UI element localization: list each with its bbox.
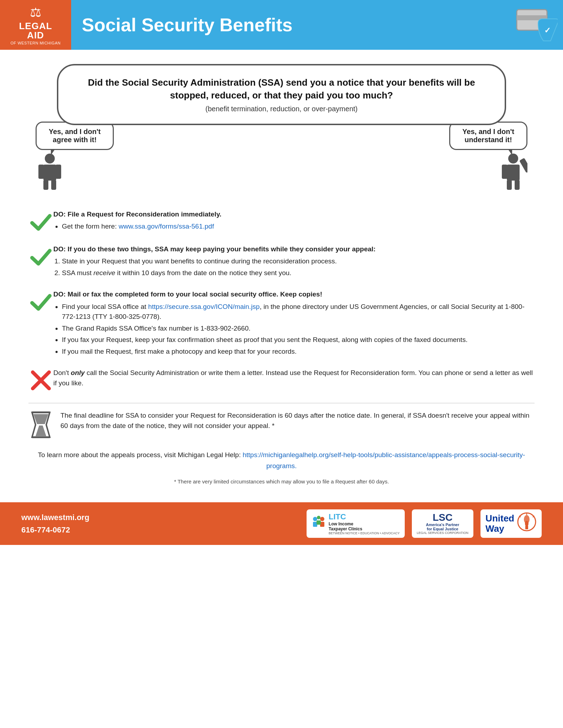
person-figure-right [499,152,527,195]
scales-icon: ⚖ [30,5,41,20]
svg-rect-12 [519,158,527,173]
person-figure-left [36,152,64,195]
svg-rect-6 [55,165,61,179]
header-title-box: Social Security Benefits [71,0,506,50]
check1-bullet1: Get the form here: www.ssa.gov/forms/ssa… [62,221,535,232]
united-way-symbol [517,512,537,535]
red-x-icon [28,368,53,393]
ssa-icon-link[interactable]: https://secure.ssa.gov/ICON/main.jsp [148,303,260,310]
check2-main: DO: If you do these two things, SSA may … [53,245,376,253]
green-check-icon-2 [28,244,53,269]
logo-legal: LEGAL [19,21,52,31]
check-content-1: DO: File a Request for Reconsideration i… [53,209,535,233]
check-item-1: DO: File a Request for Reconsideration i… [28,209,535,234]
litc-sub: BETWEEN NOTICE • EDUCATION • ADVOCACY [329,531,400,535]
main-bubble-sub: (benefit termination, reduction, or over… [76,105,487,113]
footer-contact: www.lawestmi.org 616-774-0672 [21,511,89,536]
card-shield-icon: ✓ [515,9,554,41]
check3-bullet4: If you mail the Request, first make a ph… [62,347,535,357]
speech-bubble-right: Yes, and I don't understand it! [449,122,527,150]
lsc-name: LSC [432,513,452,523]
timer-section: The final deadline for SSA to consider y… [28,411,535,439]
check-content-x: Don't only call the Social Security Admi… [53,368,535,388]
ssa-form-link[interactable]: www.ssa.gov/forms/ssa-561.pdf [118,223,214,230]
check-item-2: DO: If you do these two things, SSA may … [28,244,535,280]
main-bubble: Did the Social Security Administration (… [57,64,506,125]
svg-rect-5 [38,165,44,179]
footnote: * There are very limited circumstances w… [28,478,535,485]
check3-bullet1: Find your local SSA office at https://se… [62,302,535,322]
svg-rect-10 [507,165,520,181]
logo-aid: AID [27,31,44,40]
svg-rect-11 [502,165,508,179]
svg-rect-14 [515,180,520,190]
svg-rect-4 [43,165,56,181]
united-way-text: UnitedWay [485,513,514,534]
green-check-icon-3 [28,289,53,314]
svg-point-22 [313,517,317,521]
timer-content: The final deadline for SSA to consider y… [60,411,535,431]
check-content-2: DO: If you do these two things, SSA may … [53,244,535,280]
svg-point-30 [525,521,529,526]
litc-logo: LITC Low IncomeTaxpayer Clinics BETWEEN … [307,509,405,538]
svg-point-24 [320,517,324,521]
footer-phone: 616-774-0672 [21,524,89,536]
check3-main: DO: Mail or fax the completed form to yo… [53,290,322,298]
svg-point-26 [317,516,320,519]
check-item-3: DO: Mail or fax the completed form to yo… [28,289,535,358]
main-content: Did the Social Security Administration (… [0,50,563,495]
svg-text:✓: ✓ [544,26,551,35]
speech-section: Did the Social Security Administration (… [28,64,535,195]
united-way-logo: UnitedWay [480,509,542,538]
svg-rect-8 [51,180,56,190]
header-icon-box: ✓ [506,0,563,50]
litc-icon [312,515,326,532]
litc-name: LITC [329,512,400,521]
learn-more-prefix: To learn more about the appeals process,… [38,451,243,459]
speech-row: Yes, and I don't agree with it! Yes, and [28,122,535,195]
check-content-3: DO: Mail or fax the completed form to yo… [53,289,535,358]
svg-rect-13 [507,180,512,190]
check3-bullet2: The Grand Rapids SSA Office's fax number… [62,323,535,334]
learn-more: To learn more about the appeals process,… [28,450,535,471]
speech-person-left: Yes, and I don't agree with it! [36,122,142,195]
litc-full: Low IncomeTaxpayer Clinics [329,521,400,532]
litc-text-block: LITC Low IncomeTaxpayer Clinics BETWEEN … [329,512,400,535]
check3-bullet3: If you fax your Request, keep your fax c… [62,335,535,345]
svg-marker-21 [36,425,46,436]
lsc-logo: LSC America's Partnerfor Equal Justice L… [412,509,473,538]
svg-rect-27 [317,520,321,525]
logo-sub: OF WESTERN MICHIGAN [11,41,61,45]
svg-rect-31 [525,526,528,529]
page-title: Social Security Benefits [82,14,292,36]
speech-bubble-left: Yes, and I don't agree with it! [36,122,114,150]
divider [28,403,535,403]
michigan-legal-help-link[interactable]: https://michiganlegalhelp.org/self-help-… [243,451,525,469]
header: ⚖ LEGAL AID OF WESTERN MICHIGAN Social S… [0,0,563,50]
logo-box: ⚖ LEGAL AID OF WESTERN MICHIGAN [0,0,71,50]
lsc-sub: America's Partnerfor Equal Justice [426,523,460,531]
timer-icon [28,411,53,439]
footer-logos: LITC Low IncomeTaxpayer Clinics BETWEEN … [307,509,542,538]
footer: www.lawestmi.org 616-774-0672 LITC Low I… [0,502,563,545]
check-item-x: Don't only call the Social Security Admi… [28,368,535,393]
check2-ordered2: SSA must receive it within 10 days from … [62,268,535,278]
green-check-icon-1 [28,209,53,234]
lsc-sub2: LEGAL SERVICES CORPORATION [417,531,468,535]
main-bubble-question: Did the Social Security Administration (… [76,76,487,102]
check1-main: DO: File a Request for Reconsideration i… [53,210,222,218]
speech-person-right: Yes, and I don't understand it! [421,122,527,195]
footer-website: www.lawestmi.org [21,511,89,524]
svg-rect-7 [43,180,48,190]
check2-ordered1: State in your Request that you want bene… [62,256,535,267]
